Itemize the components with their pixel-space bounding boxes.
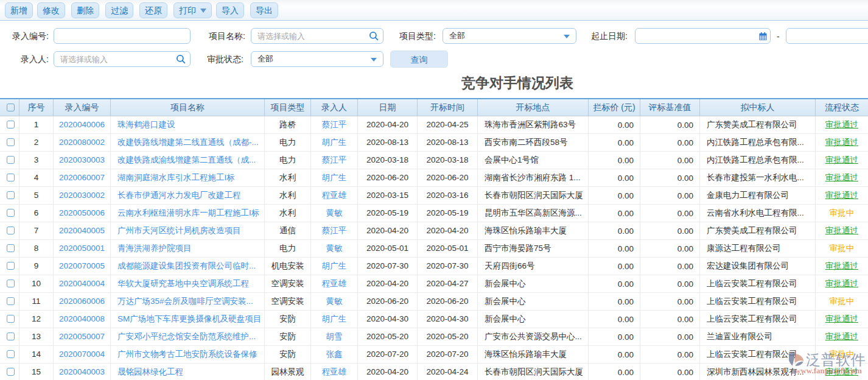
print-button[interactable]: 打印 <box>173 2 212 18</box>
flow-status-link[interactable]: 审批中 <box>830 296 855 307</box>
project-name-link[interactable]: 云南水利枢纽潜明水库一期工程施工I标 <box>117 208 259 219</box>
row-checkbox[interactable] <box>7 191 15 199</box>
entry-no-link[interactable]: 2020050007 <box>59 332 105 341</box>
entry-person-link[interactable]: 黄敏 <box>326 208 343 219</box>
row-checkbox[interactable] <box>7 209 15 217</box>
approval-status-select[interactable]: 全部 <box>251 51 383 67</box>
entry-person-link[interactable]: 蔡江平 <box>322 119 347 130</box>
project-name-link[interactable]: 长春市伊通河水力发电厂改建工程 <box>117 190 241 201</box>
row-checkbox[interactable] <box>7 244 15 252</box>
row-checkbox[interactable] <box>7 156 15 164</box>
end-date-input[interactable] <box>786 28 868 44</box>
flow-status-link[interactable]: 审批通过 <box>825 119 858 130</box>
row-checkbox[interactable] <box>7 174 15 181</box>
project-name-link[interactable]: 成都能源建设集团投资有限公司临时... <box>117 261 256 272</box>
entry-no-link[interactable]: 2020040004 <box>59 279 105 288</box>
project-name-link[interactable]: 珠海鹤港口建设 <box>117 119 175 130</box>
flow-status-link[interactable]: 审批通过 <box>825 331 858 342</box>
entry-no-link[interactable]: 2020050006 <box>59 208 105 217</box>
entry-person-link[interactable]: 程亚雄 <box>322 367 347 378</box>
entry-no-link[interactable]: 2020040008 <box>59 314 105 323</box>
entry-no-link[interactable]: 2020080002 <box>59 138 105 147</box>
flow-status-link[interactable]: 审批通过 <box>825 190 858 201</box>
entry-person-link[interactable]: 黄敏 <box>326 243 343 254</box>
project-name-link[interactable]: 改建铁路线增建第二线直通线（成都-... <box>117 137 259 148</box>
entry-person-link[interactable]: 胡广生 <box>322 261 347 272</box>
add-button[interactable]: 新增 <box>5 2 33 18</box>
entry-no-link[interactable]: 2020060007 <box>59 173 105 182</box>
entry-no-link[interactable]: 2020070004 <box>59 350 105 359</box>
flow-status-link[interactable]: 审批中 <box>830 208 855 219</box>
row-checkbox[interactable] <box>7 297 15 305</box>
entry-no-link[interactable]: 2020060006 <box>59 297 105 306</box>
row-checkbox[interactable] <box>7 315 15 323</box>
entry-no-link[interactable]: 2020050001 <box>59 244 105 253</box>
entry-person-link[interactable]: 张鑫 <box>326 349 343 360</box>
entry-no-link[interactable]: 2020040005 <box>59 226 105 235</box>
filter-button[interactable]: 过滤 <box>105 2 133 18</box>
project-type-select[interactable]: 全部 <box>443 28 576 44</box>
start-date-input[interactable] <box>635 28 771 44</box>
row-checkbox[interactable] <box>7 262 15 270</box>
row-checkbox[interactable] <box>7 280 15 287</box>
row-checkbox[interactable] <box>7 138 15 146</box>
flow-status-link[interactable]: 审批通过 <box>825 137 858 148</box>
flow-status-link[interactable]: 审批通过 <box>825 367 858 378</box>
search-icon[interactable] <box>176 54 186 64</box>
entry-person-cell: 黄敏 <box>311 240 358 258</box>
project-name-link[interactable]: 广州市天河区统计局机房改造项目 <box>117 225 241 236</box>
eval-base-cell: 0.00 <box>640 187 700 205</box>
project-name-link[interactable]: 万达广场35#会所及咖啡厅空调安装... <box>117 296 253 307</box>
row-checkbox[interactable] <box>7 227 15 234</box>
row-checkbox[interactable] <box>7 121 15 128</box>
project-name-link[interactable]: 改建铁路成渝线增建第二直通线（成... <box>117 155 256 166</box>
export-button[interactable]: 导出 <box>250 2 278 18</box>
row-checkbox[interactable] <box>7 368 15 376</box>
entry-no-input[interactable] <box>54 28 191 44</box>
search-icon[interactable] <box>369 31 379 41</box>
project-name-link[interactable]: SM广场地下车库更换摄像机及硬盘项目 <box>117 314 261 325</box>
entry-person-link[interactable]: 程亚雄 <box>322 278 347 289</box>
restore-button[interactable]: 还原 <box>139 2 167 18</box>
entry-person-link[interactable]: 胡广生 <box>322 314 347 325</box>
eval-base-cell: 0.00 <box>640 222 700 240</box>
block-price-cell: 0.00 <box>589 205 640 222</box>
flow-status-link[interactable]: 审批通过 <box>825 155 858 166</box>
project-name-link[interactable]: 晟铭园林绿化工程 <box>117 367 183 378</box>
project-name-link[interactable]: 湖南洞庭湖水库引水工程施工I标 <box>117 172 235 183</box>
flow-status-link[interactable]: 审批通过 <box>825 278 858 289</box>
delete-button[interactable]: 删除 <box>71 2 99 18</box>
flow-status-link[interactable]: 审批通过 <box>825 172 858 183</box>
row-checkbox[interactable] <box>7 350 15 358</box>
select-all-checkbox[interactable] <box>7 104 15 111</box>
search-button[interactable]: 查询 <box>390 51 448 68</box>
entry-person-link[interactable]: 蔡江平 <box>322 155 347 166</box>
entry-person-link[interactable]: 胡广生 <box>322 137 347 148</box>
entry-person-link[interactable]: 程亚雄 <box>322 190 347 201</box>
calendar-icon[interactable] <box>759 32 767 40</box>
flow-status-link[interactable]: 审批通过 <box>825 261 858 272</box>
flow-status-link[interactable]: 审批通过 <box>825 225 858 236</box>
flow-status-link[interactable]: 审批中 <box>830 243 855 254</box>
entry-no-link[interactable]: 2020030002 <box>59 191 105 200</box>
row-checkbox-cell <box>0 222 19 240</box>
flow-status-link[interactable]: 审批通过 <box>825 314 858 325</box>
project-name-link[interactable]: 华软大厦研究基地中央空调系统工程 <box>117 278 249 289</box>
entry-no-link[interactable]: 2020040006 <box>59 120 105 129</box>
project-name-link[interactable]: 青海洪湖养护院项目 <box>117 243 192 254</box>
entry-person-input[interactable] <box>54 51 191 67</box>
edit-button[interactable]: 修改 <box>37 2 65 18</box>
flow-status-link[interactable]: 审批中 <box>830 349 855 360</box>
row-checkbox[interactable] <box>7 332 15 340</box>
project-name-link[interactable]: 广州市文物考古工地安防系统设备保修 <box>117 349 257 360</box>
entry-person-link[interactable]: 胡雪 <box>326 331 343 342</box>
entry-person-link[interactable]: 蔡江平 <box>322 225 347 236</box>
entry-person-link[interactable]: 黄敏 <box>326 296 343 307</box>
entry-no-link[interactable]: 2020040003 <box>59 367 105 376</box>
import-button[interactable]: 导入 <box>216 2 244 18</box>
project-name-link[interactable]: 广安邓小平纪念馆安全防范系统维护... <box>117 331 256 342</box>
entry-no-link[interactable]: 2020030003 <box>59 155 105 164</box>
project-name-input[interactable] <box>251 28 383 44</box>
entry-person-link[interactable]: 胡广生 <box>322 172 347 183</box>
entry-no-link[interactable]: 2020070005 <box>59 261 105 270</box>
